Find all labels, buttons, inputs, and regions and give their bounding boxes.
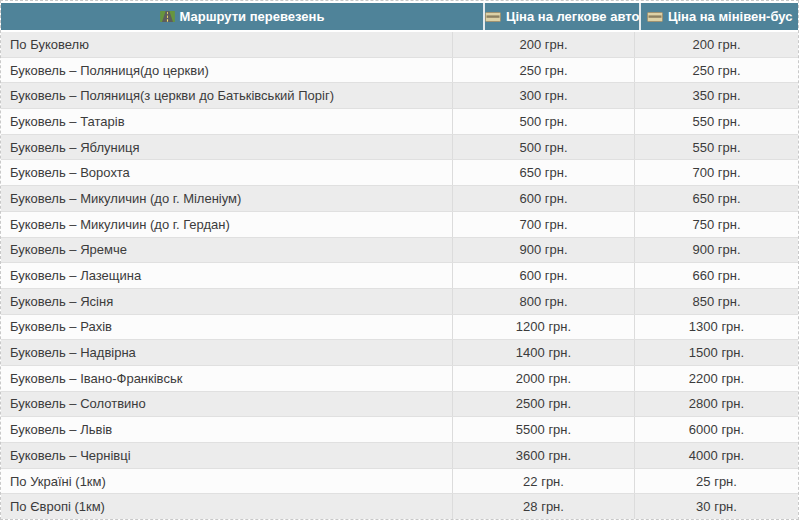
minivan-price-cell: 1300 грн. bbox=[634, 315, 798, 340]
column-header-label: Ціна на мінівен-бус bbox=[668, 9, 792, 24]
route-cell: Буковель – Солотвино bbox=[1, 392, 452, 417]
table-row: По Буковелю200 грн.200 грн. bbox=[1, 32, 798, 57]
route-cell: Буковель – Івано-Франківськ bbox=[1, 366, 452, 391]
car-price-cell: 22 грн. bbox=[452, 469, 634, 494]
car-price-cell: 2500 грн. bbox=[452, 392, 634, 417]
route-cell: Буковель – Ворохта bbox=[1, 160, 452, 185]
minivan-price-cell: 4000 грн. bbox=[634, 443, 798, 468]
minivan-price-cell: 660 грн. bbox=[634, 263, 798, 288]
minivan-price-cell: 2800 грн. bbox=[634, 392, 798, 417]
table-row: Буковель – Ясіня800 грн.850 грн. bbox=[1, 288, 798, 314]
minivan-price-cell: 650 грн. bbox=[634, 186, 798, 211]
column-header-label: Ціна на легкове авто bbox=[506, 9, 639, 24]
minivan-price-cell: 550 грн. bbox=[634, 109, 798, 134]
column-header-car-price: Ціна на легкове авто bbox=[483, 3, 639, 30]
route-cell: Буковель – Яблуниця bbox=[1, 135, 452, 160]
table-row: Буковель – Поляниця(з церкви до Батьківс… bbox=[1, 82, 798, 108]
route-cell: Буковель – Микуличин (до г. Гердан) bbox=[1, 212, 452, 237]
table-row: Буковель – Яблуниця500 грн.550 грн. bbox=[1, 134, 798, 160]
minivan-price-cell: 200 грн. bbox=[634, 32, 798, 57]
table-row: Буковель – Яремче900 грн.900 грн. bbox=[1, 237, 798, 263]
car-price-cell: 28 грн. bbox=[452, 494, 634, 519]
minivan-price-cell: 25 грн. bbox=[634, 469, 798, 494]
table-row: Буковель – Солотвино2500 грн.2800 грн. bbox=[1, 391, 798, 417]
car-price-cell: 1200 грн. bbox=[452, 315, 634, 340]
table-row: Буковель – Івано-Франківськ2000 грн.2200… bbox=[1, 365, 798, 391]
minivan-price-cell: 250 грн. bbox=[634, 58, 798, 83]
column-header-minivan-price: Ціна на мінівен-бус bbox=[639, 3, 798, 30]
route-cell: Буковель – Татарів bbox=[1, 109, 452, 134]
car-price-cell: 900 грн. bbox=[452, 238, 634, 263]
table-row: Буковель – Львів5500 грн.6000 грн. bbox=[1, 416, 798, 442]
table-row: Буковель – Рахів1200 грн.1300 грн. bbox=[1, 314, 798, 340]
minivan-price-cell: 750 грн. bbox=[634, 212, 798, 237]
table-row: Буковель – Татарів500 грн.550 грн. bbox=[1, 108, 798, 134]
table-row: Буковель – Надвірна1400 грн.1500 грн. bbox=[1, 339, 798, 365]
car-price-cell: 3600 грн. bbox=[452, 443, 634, 468]
car-price-cell: 250 грн. bbox=[452, 58, 634, 83]
car-price-cell: 650 грн. bbox=[452, 160, 634, 185]
table-row: Буковель – Чернівці3600 грн.4000 грн. bbox=[1, 442, 798, 468]
route-cell: По Буковелю bbox=[1, 32, 452, 57]
car-price-cell: 700 грн. bbox=[452, 212, 634, 237]
car-price-cell: 300 грн. bbox=[452, 83, 634, 108]
route-cell: Буковель – Чернівці bbox=[1, 443, 452, 468]
table-row: Буковель – Ворохта650 грн.700 грн. bbox=[1, 159, 798, 185]
route-cell: Буковель – Микуличин (до г. Міленіум) bbox=[1, 186, 452, 211]
column-header-label: Маршрути перевезень bbox=[180, 9, 325, 24]
table-row: Буковель – Лазещина600 грн.660 грн. bbox=[1, 262, 798, 288]
minivan-price-cell: 700 грн. bbox=[634, 160, 798, 185]
route-cell: Буковель – Поляниця(до церкви) bbox=[1, 58, 452, 83]
minivan-price-cell: 550 грн. bbox=[634, 135, 798, 160]
car-price-cell: 500 грн. bbox=[452, 135, 634, 160]
car-price-cell: 500 грн. bbox=[452, 109, 634, 134]
table-row: Буковель – Микуличин (до г. Гердан)700 г… bbox=[1, 211, 798, 237]
banknote-icon bbox=[647, 12, 663, 22]
minivan-price-cell: 850 грн. bbox=[634, 289, 798, 314]
route-cell: Буковель – Рахів bbox=[1, 315, 452, 340]
road-icon bbox=[160, 11, 175, 22]
transfer-price-table: Маршрути перевезень Ціна на легкове авто… bbox=[0, 0, 799, 520]
minivan-price-cell: 6000 грн. bbox=[634, 417, 798, 442]
car-price-cell: 600 грн. bbox=[452, 186, 634, 211]
table-row: Буковель – Поляниця(до церкви)250 грн.25… bbox=[1, 57, 798, 83]
route-cell: Буковель – Надвірна bbox=[1, 340, 452, 365]
route-cell: По Україні (1км) bbox=[1, 469, 452, 494]
table-row: По Україні (1км)22 грн.25 грн. bbox=[1, 468, 798, 494]
table-body: По Буковелю200 грн.200 грн.Буковель – По… bbox=[1, 32, 798, 519]
column-header-routes: Маршрути перевезень bbox=[1, 3, 483, 30]
car-price-cell: 1400 грн. bbox=[452, 340, 634, 365]
route-cell: Буковель – Яремче bbox=[1, 238, 452, 263]
route-cell: Буковель – Львів bbox=[1, 417, 452, 442]
table-header-row: Маршрути перевезень Ціна на легкове авто… bbox=[1, 3, 798, 30]
route-cell: По Європі (1км) bbox=[1, 494, 452, 519]
car-price-cell: 200 грн. bbox=[452, 32, 634, 57]
route-cell: Буковель – Поляниця(з церкви до Батьківс… bbox=[1, 83, 452, 108]
minivan-price-cell: 2200 грн. bbox=[634, 366, 798, 391]
route-cell: Буковель – Лазещина bbox=[1, 263, 452, 288]
minivan-price-cell: 1500 грн. bbox=[634, 340, 798, 365]
minivan-price-cell: 900 грн. bbox=[634, 238, 798, 263]
route-cell: Буковель – Ясіня bbox=[1, 289, 452, 314]
banknote-icon bbox=[485, 12, 501, 22]
minivan-price-cell: 30 грн. bbox=[634, 494, 798, 519]
table-row: Буковель – Микуличин (до г. Міленіум)600… bbox=[1, 185, 798, 211]
minivan-price-cell: 350 грн. bbox=[634, 83, 798, 108]
car-price-cell: 600 грн. bbox=[452, 263, 634, 288]
table-row: По Європі (1км)28 грн.30 грн. bbox=[1, 493, 798, 519]
car-price-cell: 800 грн. bbox=[452, 289, 634, 314]
car-price-cell: 5500 грн. bbox=[452, 417, 634, 442]
car-price-cell: 2000 грн. bbox=[452, 366, 634, 391]
